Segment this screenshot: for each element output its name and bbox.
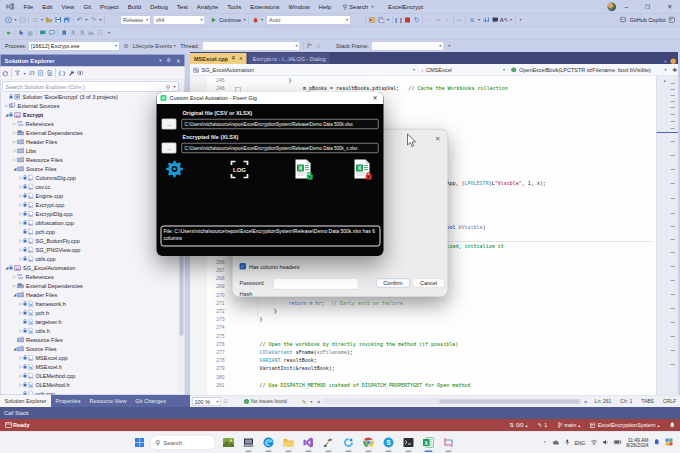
encrypted-browse-button[interactable]: ... xyxy=(162,143,177,154)
code-cleanup-button[interactable]: A✎ xyxy=(500,15,509,24)
sync-with-active-document-button[interactable] xyxy=(27,69,36,78)
pending-edits-button[interactable]: ✎ 1 xyxy=(533,422,553,429)
new-file-button[interactable]: □ xyxy=(31,15,40,24)
build-tools-icon[interactable] xyxy=(322,436,335,449)
uncomment-button[interactable] xyxy=(47,28,56,37)
loop-app-icon[interactable] xyxy=(342,436,355,449)
excel-encrypt-icon[interactable]: X xyxy=(293,159,316,183)
menu-extensions[interactable]: Extensions xyxy=(246,3,284,10)
has-column-headers-checkbox[interactable]: ✓ Has column headers xyxy=(240,263,300,270)
toolbar-overflow-icon[interactable]: ▾ xyxy=(518,18,523,23)
tree-item-pch-h[interactable]: ▷hpch.h xyxy=(19,308,49,317)
redo-chevron-icon[interactable]: ▾ xyxy=(98,18,103,23)
menu-tools[interactable]: Tools xyxy=(223,3,246,10)
widgets-icon[interactable] xyxy=(665,438,673,447)
call-stack-panel-bar[interactable]: Call Stack xyxy=(0,407,680,419)
confirm-dialog-close-icon[interactable]: ✕ xyxy=(435,135,440,143)
solution-explorer-search[interactable]: Search Solution Explorer (Ctrl+;) ⚲ ▾ xyxy=(3,82,179,92)
split-editor-icon[interactable]: ✚ xyxy=(672,66,677,73)
process-info-icon[interactable]: ⚙ xyxy=(121,41,130,50)
solution-tree-scrollbar-thumb[interactable] xyxy=(180,256,184,336)
scrollbar-up-icon[interactable]: ▴ xyxy=(664,78,666,83)
tree-item-olemethod-cpp[interactable]: ▷+₊OLEMethod.cpp xyxy=(19,371,76,380)
tree-item-sg-excelautomation[interactable]: ◢++SG_ExcelAutomation xyxy=(5,263,76,272)
tree-item-source-files[interactable]: ◢Source Files xyxy=(13,164,57,173)
encrypted-file-field[interactable]: C:\Users\micha\source\repos\ExcelEncrypt… xyxy=(182,143,379,153)
tree-item-utils-h[interactable]: ▷hutils.h xyxy=(19,326,50,335)
stop-button[interactable] xyxy=(403,15,412,24)
step-over-button[interactable]: ↪ xyxy=(434,15,443,24)
tree-item-olemethod-h[interactable]: ▷hOLEMethod.h xyxy=(19,380,70,389)
excel-icon[interactable]: X xyxy=(422,436,435,449)
feedback-button[interactable] xyxy=(491,15,500,24)
tree-item-columnsdlg-cpp[interactable]: ▷+₊ColumnsDlg.cpp xyxy=(19,173,76,182)
navigate-back-button[interactable] xyxy=(4,15,13,24)
tree-item-pch-cpp[interactable]: +₊pch.cpp xyxy=(19,389,55,395)
settings-gear-icon[interactable] xyxy=(165,159,185,181)
branch-button[interactable]: main ▴ xyxy=(552,422,585,428)
solution-search-chevron-icon[interactable]: ▾ xyxy=(172,84,178,89)
snip-tool-icon[interactable] xyxy=(442,436,455,449)
tree-item-source-files[interactable]: ◢Source Files xyxy=(13,344,57,353)
repository-button[interactable]: ExcelEncryptionSystem ▴ xyxy=(585,422,664,428)
pending-changes-filter-button[interactable] xyxy=(13,69,22,78)
microphone-icon[interactable] xyxy=(565,439,570,447)
intellisense-button[interactable] xyxy=(4,28,13,37)
properties-button[interactable] xyxy=(67,69,76,78)
hot-reload-chevron-icon[interactable]: ▾ xyxy=(260,18,265,23)
redo-button[interactable]: ↷ xyxy=(89,15,98,24)
debugbar-grip[interactable]: ⋮ xyxy=(0,43,4,49)
hscroll-thumb[interactable] xyxy=(439,399,579,403)
panel-tab-solution-explorer[interactable]: Solution Explorer xyxy=(0,395,51,407)
panel-chevron-icon[interactable]: ▾ xyxy=(159,57,161,64)
continue-button[interactable]: Continue xyxy=(219,17,241,23)
comment-button[interactable] xyxy=(38,28,47,37)
show-threads-button[interactable] xyxy=(377,15,386,24)
wifi-icon[interactable] xyxy=(590,439,597,446)
menu-git[interactable]: Git xyxy=(79,3,96,10)
start-button[interactable] xyxy=(133,436,146,449)
hscroll-left-icon[interactable]: ◀ xyxy=(317,399,320,404)
flag-threads-button[interactable]: ≡ xyxy=(314,41,323,50)
lifecycle-chevron-icon[interactable]: ▾ xyxy=(172,44,177,49)
breakpoints-window-button[interactable] xyxy=(368,15,377,24)
tree-item-excryptdlg-cpp[interactable]: ▷+₊ExcryptDlg.cpp xyxy=(19,209,73,218)
avatar[interactable] xyxy=(607,2,616,11)
tablist-chevron-icon[interactable]: ▾ xyxy=(664,59,666,64)
original-browse-button[interactable]: ... xyxy=(162,119,177,130)
toolbar2-overflow-icon[interactable]: ▾ xyxy=(107,31,112,36)
menu-project[interactable]: Project xyxy=(96,3,124,10)
suggestion-chevron-icon[interactable]: ▾ xyxy=(309,399,314,404)
tab-close-icon[interactable]: ✕ xyxy=(239,56,243,61)
menu-edit[interactable]: Edit xyxy=(38,3,57,10)
visual-studio-icon[interactable] xyxy=(302,436,315,449)
breadcrumb-class-dropdown[interactable]: ↓ CMSExcel ▾ xyxy=(418,64,508,75)
show-current-thread-button[interactable] xyxy=(305,41,314,50)
chrome-icon[interactable] xyxy=(362,436,375,449)
password-input[interactable] xyxy=(273,278,359,290)
code-suggestion-icon[interactable]: ✎ xyxy=(300,397,309,406)
edge-icon[interactable] xyxy=(262,436,275,449)
save-all-button[interactable] xyxy=(63,15,72,24)
configuration-dropdown[interactable]: Release▾ xyxy=(121,15,151,24)
debugbar-overflow-icon[interactable]: ▾ xyxy=(447,44,452,49)
tree-item-references[interactable]: ▷References xyxy=(13,119,54,128)
close-button[interactable]: ✕ xyxy=(659,3,680,11)
clock[interactable]: 11:49 AM 8/26/2024 xyxy=(626,437,648,448)
pin-icon[interactable] xyxy=(166,57,171,64)
tree-item-obfuscation-cpp[interactable]: ▷+₊obfuscation.cpp xyxy=(19,218,75,227)
skype-icon[interactable]: S xyxy=(382,436,395,449)
save-button[interactable] xyxy=(54,15,63,24)
tree-item-framework-h[interactable]: ▷hframework.h xyxy=(19,299,66,308)
onedrive-icon[interactable] xyxy=(552,439,560,446)
panel-tab-resource-view[interactable]: Resource View xyxy=(85,395,131,407)
hscroll-right-icon[interactable]: ▶ xyxy=(585,399,588,404)
menu-test[interactable]: Test xyxy=(172,3,192,10)
tree-item-sg-buttonfly-cpp[interactable]: ▷+₊SG_ButtonFly.cpp xyxy=(19,236,80,245)
notification-bell-icon[interactable] xyxy=(654,439,661,447)
eol-indicator[interactable]: CRLF xyxy=(663,399,676,405)
continue-play-icon[interactable] xyxy=(209,15,218,24)
taskbar-search[interactable]: ⚲ Search xyxy=(150,435,216,450)
continue-chevron-icon[interactable]: ▾ xyxy=(242,18,247,23)
tree-item-excrypt-cpp[interactable]: ▷+₊Excrypt.cpp xyxy=(19,200,65,209)
